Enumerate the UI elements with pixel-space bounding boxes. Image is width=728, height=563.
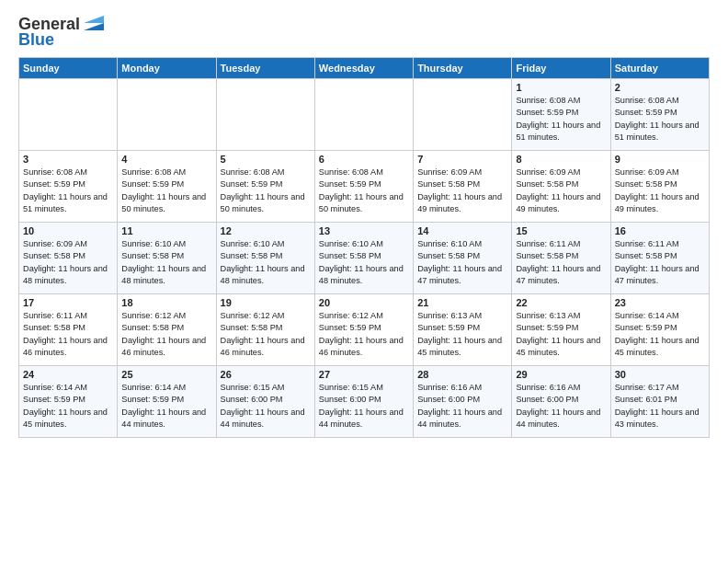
day-number: 4 [121, 154, 211, 165]
header: General Blue [18, 15, 710, 50]
calendar-cell: 25Sunrise: 6:14 AMSunset: 5:59 PMDayligh… [118, 366, 216, 438]
cell-info: Sunrise: 6:16 AMSunset: 6:00 PMDaylight:… [417, 383, 502, 429]
calendar-cell: 12Sunrise: 6:10 AMSunset: 5:58 PMDayligh… [216, 223, 314, 294]
cell-info: Sunrise: 6:09 AMSunset: 5:58 PMDaylight:… [615, 167, 700, 213]
cell-info: Sunrise: 6:08 AMSunset: 5:59 PMDaylight:… [121, 167, 206, 213]
day-number: 30 [615, 369, 705, 380]
calendar-cell: 19Sunrise: 6:12 AMSunset: 5:58 PMDayligh… [216, 294, 314, 366]
calendar-cell: 8Sunrise: 6:09 AMSunset: 5:58 PMDaylight… [512, 151, 610, 223]
calendar-cell [118, 79, 216, 151]
day-number: 26 [221, 369, 311, 380]
calendar-cell [19, 79, 118, 151]
cell-info: Sunrise: 6:08 AMSunset: 5:59 PMDaylight:… [319, 167, 404, 213]
calendar-cell: 21Sunrise: 6:13 AMSunset: 5:59 PMDayligh… [414, 294, 512, 366]
day-number: 12 [221, 225, 311, 236]
weekday-header-tuesday: Tuesday [216, 58, 314, 79]
day-number: 25 [121, 369, 211, 380]
cell-info: Sunrise: 6:12 AMSunset: 5:58 PMDaylight:… [221, 311, 305, 357]
cell-info: Sunrise: 6:11 AMSunset: 5:58 PMDaylight:… [23, 311, 108, 357]
cell-info: Sunrise: 6:08 AMSunset: 5:59 PMDaylight:… [516, 96, 600, 142]
calendar-cell: 28Sunrise: 6:16 AMSunset: 6:00 PMDayligh… [414, 366, 512, 438]
svg-marker-0 [84, 23, 104, 30]
calendar-week-2: 3Sunrise: 6:08 AMSunset: 5:59 PMDaylight… [19, 151, 710, 223]
cell-info: Sunrise: 6:12 AMSunset: 5:59 PMDaylight:… [319, 311, 404, 357]
weekday-header-monday: Monday [118, 58, 216, 79]
cell-info: Sunrise: 6:14 AMSunset: 5:59 PMDaylight:… [615, 311, 700, 357]
calendar-header-row: SundayMondayTuesdayWednesdayThursdayFrid… [19, 58, 710, 79]
calendar-cell: 9Sunrise: 6:09 AMSunset: 5:58 PMDaylight… [610, 151, 709, 223]
calendar-cell: 11Sunrise: 6:10 AMSunset: 5:58 PMDayligh… [118, 223, 216, 294]
cell-info: Sunrise: 6:12 AMSunset: 5:58 PMDaylight:… [121, 311, 206, 357]
calendar-table: SundayMondayTuesdayWednesdayThursdayFrid… [18, 57, 710, 438]
day-number: 8 [516, 154, 606, 165]
day-number: 27 [319, 369, 409, 380]
calendar-cell: 4Sunrise: 6:08 AMSunset: 5:59 PMDaylight… [118, 151, 216, 223]
calendar-cell: 1Sunrise: 6:08 AMSunset: 5:59 PMDaylight… [512, 79, 610, 151]
svg-marker-1 [84, 16, 104, 23]
cell-info: Sunrise: 6:08 AMSunset: 5:59 PMDaylight:… [23, 167, 108, 213]
logo: General Blue [18, 15, 104, 50]
day-number: 11 [121, 225, 211, 236]
weekday-header-sunday: Sunday [19, 58, 118, 79]
cell-info: Sunrise: 6:17 AMSunset: 6:01 PMDaylight:… [615, 383, 700, 429]
cell-info: Sunrise: 6:11 AMSunset: 5:58 PMDaylight:… [516, 239, 600, 285]
cell-info: Sunrise: 6:09 AMSunset: 5:58 PMDaylight:… [23, 239, 108, 285]
calendar-cell: 18Sunrise: 6:12 AMSunset: 5:58 PMDayligh… [118, 294, 216, 366]
calendar-cell [414, 79, 512, 151]
day-number: 24 [23, 369, 113, 380]
day-number: 6 [319, 154, 409, 165]
calendar-cell: 17Sunrise: 6:11 AMSunset: 5:58 PMDayligh… [19, 294, 118, 366]
cell-info: Sunrise: 6:13 AMSunset: 5:59 PMDaylight:… [516, 311, 600, 357]
calendar-week-4: 17Sunrise: 6:11 AMSunset: 5:58 PMDayligh… [19, 294, 710, 366]
day-number: 21 [417, 297, 507, 308]
cell-info: Sunrise: 6:10 AMSunset: 5:58 PMDaylight:… [121, 239, 206, 285]
day-number: 7 [417, 154, 507, 165]
day-number: 5 [221, 154, 311, 165]
calendar-cell: 23Sunrise: 6:14 AMSunset: 5:59 PMDayligh… [610, 294, 709, 366]
cell-info: Sunrise: 6:14 AMSunset: 5:59 PMDaylight:… [121, 383, 206, 429]
logo-blue-text: Blue [18, 30, 54, 50]
cell-info: Sunrise: 6:11 AMSunset: 5:58 PMDaylight:… [615, 239, 700, 285]
cell-info: Sunrise: 6:10 AMSunset: 5:58 PMDaylight:… [417, 239, 502, 285]
day-number: 1 [516, 82, 606, 93]
cell-info: Sunrise: 6:10 AMSunset: 5:58 PMDaylight:… [319, 239, 404, 285]
calendar-cell: 29Sunrise: 6:16 AMSunset: 6:00 PMDayligh… [512, 366, 610, 438]
calendar-cell: 5Sunrise: 6:08 AMSunset: 5:59 PMDaylight… [216, 151, 314, 223]
calendar-cell: 22Sunrise: 6:13 AMSunset: 5:59 PMDayligh… [512, 294, 610, 366]
day-number: 9 [615, 154, 705, 165]
cell-info: Sunrise: 6:08 AMSunset: 5:59 PMDaylight:… [221, 167, 305, 213]
day-number: 23 [615, 297, 705, 308]
calendar-cell: 20Sunrise: 6:12 AMSunset: 5:59 PMDayligh… [314, 294, 413, 366]
weekday-header-saturday: Saturday [610, 58, 709, 79]
day-number: 2 [615, 82, 705, 93]
calendar-cell [314, 79, 413, 151]
cell-info: Sunrise: 6:15 AMSunset: 6:00 PMDaylight:… [221, 383, 305, 429]
calendar-cell: 15Sunrise: 6:11 AMSunset: 5:58 PMDayligh… [512, 223, 610, 294]
page: General Blue SundayMondayTuesdayWednesda… [0, 0, 728, 447]
day-number: 18 [121, 297, 211, 308]
calendar-cell [216, 79, 314, 151]
day-number: 3 [23, 154, 113, 165]
cell-info: Sunrise: 6:14 AMSunset: 5:59 PMDaylight:… [23, 383, 108, 429]
cell-info: Sunrise: 6:09 AMSunset: 5:58 PMDaylight:… [516, 167, 600, 213]
cell-info: Sunrise: 6:16 AMSunset: 6:00 PMDaylight:… [516, 383, 600, 429]
cell-info: Sunrise: 6:08 AMSunset: 5:59 PMDaylight:… [615, 96, 700, 142]
day-number: 15 [516, 225, 606, 236]
cell-info: Sunrise: 6:10 AMSunset: 5:58 PMDaylight:… [221, 239, 305, 285]
calendar-cell: 24Sunrise: 6:14 AMSunset: 5:59 PMDayligh… [19, 366, 118, 438]
calendar-week-1: 1Sunrise: 6:08 AMSunset: 5:59 PMDaylight… [19, 79, 710, 151]
calendar-cell: 27Sunrise: 6:15 AMSunset: 6:00 PMDayligh… [314, 366, 413, 438]
calendar-cell: 7Sunrise: 6:09 AMSunset: 5:58 PMDaylight… [414, 151, 512, 223]
day-number: 28 [417, 369, 507, 380]
day-number: 22 [516, 297, 606, 308]
day-number: 14 [417, 225, 507, 236]
calendar-cell: 14Sunrise: 6:10 AMSunset: 5:58 PMDayligh… [414, 223, 512, 294]
day-number: 10 [23, 225, 113, 236]
logo-icon [84, 16, 104, 30]
calendar-cell: 3Sunrise: 6:08 AMSunset: 5:59 PMDaylight… [19, 151, 118, 223]
cell-info: Sunrise: 6:09 AMSunset: 5:58 PMDaylight:… [417, 167, 502, 213]
calendar-cell: 13Sunrise: 6:10 AMSunset: 5:58 PMDayligh… [314, 223, 413, 294]
day-number: 20 [319, 297, 409, 308]
calendar-cell: 10Sunrise: 6:09 AMSunset: 5:58 PMDayligh… [19, 223, 118, 294]
day-number: 16 [615, 225, 705, 236]
